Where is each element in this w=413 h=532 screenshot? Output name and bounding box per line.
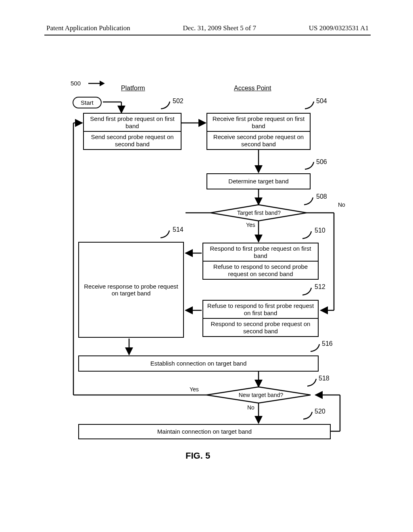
start-terminator: Start bbox=[73, 97, 102, 108]
figure-caption: FIG. 5 bbox=[186, 451, 210, 461]
header-rule bbox=[44, 35, 371, 35]
box-514: Receive response to probe request on tar… bbox=[78, 242, 184, 338]
box-510b: Refuse to respond to second probe reques… bbox=[203, 261, 318, 279]
ref-512: 512 bbox=[315, 283, 325, 291]
ref-504: 504 bbox=[316, 98, 327, 105]
diamond-508-label: Target first band? bbox=[235, 210, 283, 216]
box-502b: Send second probe request on second band bbox=[84, 131, 181, 149]
box-504: Receive first probe request on first ban… bbox=[206, 113, 311, 150]
box-510a: Respond to first probe request on first … bbox=[203, 243, 318, 261]
ref-510: 510 bbox=[315, 227, 325, 234]
ref-518: 518 bbox=[319, 375, 330, 382]
box-520-text: Maintain connection on target band bbox=[79, 425, 330, 438]
box-510: Respond to first probe request on first … bbox=[202, 243, 319, 280]
box-512b: Respond to second probe request on secon… bbox=[203, 318, 318, 336]
box-502a: Send first probe request on first band bbox=[84, 114, 181, 131]
box-514-text: Receive response to probe request on tar… bbox=[79, 243, 183, 337]
box-516-text: Establish connection on target band bbox=[79, 356, 318, 371]
flowchart-canvas: 500 Platform Access Point Start 502 504 … bbox=[0, 60, 413, 532]
box-504b: Receive second probe request on second b… bbox=[207, 131, 310, 149]
diamond-508-yes: Yes bbox=[246, 222, 255, 228]
diamond-518-label: New target band? bbox=[233, 392, 289, 398]
ref-502: 502 bbox=[173, 98, 184, 105]
diamond-518-no: No bbox=[247, 404, 254, 411]
diamond-518-yes: Yes bbox=[190, 386, 199, 393]
box-516: Establish connection on target band bbox=[78, 355, 319, 372]
diamond-508-no: No bbox=[338, 202, 345, 208]
ref-508: 508 bbox=[316, 193, 327, 200]
box-504a: Receive first probe request on first ban… bbox=[207, 114, 310, 131]
figure-number: 500 bbox=[71, 80, 81, 87]
svg-marker-1 bbox=[100, 81, 105, 86]
ref-514: 514 bbox=[173, 226, 184, 233]
ref-506: 506 bbox=[316, 158, 327, 166]
ref-516: 516 bbox=[322, 340, 333, 347]
box-506: Determine target band bbox=[206, 173, 311, 189]
header-center: Dec. 31, 2009 Sheet 5 of 7 bbox=[183, 24, 256, 32]
lane-title-platform: Platform bbox=[121, 85, 145, 92]
box-502: Send first probe request on first band S… bbox=[83, 113, 181, 150]
lane-title-access-point: Access Point bbox=[234, 85, 271, 92]
header-right: US 2009/0323531 A1 bbox=[309, 24, 369, 32]
box-506-text: Determine target band bbox=[207, 174, 310, 189]
box-512: Refuse to respond to first probe request… bbox=[202, 300, 319, 337]
box-520: Maintain connection on target band bbox=[78, 424, 331, 439]
ref-520: 520 bbox=[315, 408, 325, 415]
header-left: Patent Application Publication bbox=[46, 24, 130, 32]
box-512a: Refuse to respond to first probe request… bbox=[203, 301, 318, 318]
